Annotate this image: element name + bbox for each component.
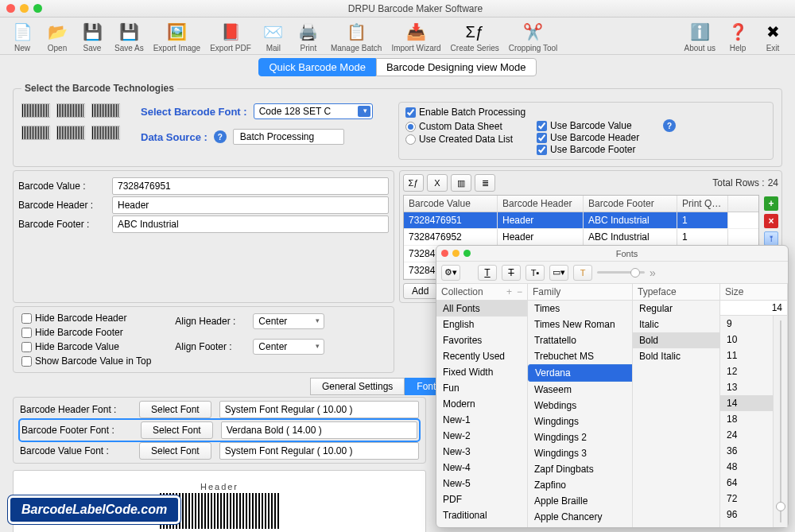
- list-item[interactable]: Apple Braille: [528, 493, 632, 509]
- help-icon[interactable]: ?: [663, 119, 676, 132]
- list-item[interactable]: Verdana: [528, 364, 632, 382]
- table-header[interactable]: Barcode Footer: [584, 196, 677, 212]
- save-as-button[interactable]: 💾Save As: [114, 21, 144, 52]
- table-header[interactable]: Barcode Header: [498, 196, 584, 212]
- list-item[interactable]: English: [436, 316, 527, 332]
- list-item[interactable]: 36: [720, 443, 773, 459]
- about-us-button[interactable]: ℹ️About us: [684, 21, 716, 52]
- list-item[interactable]: 48: [720, 459, 773, 475]
- select-value-font-button[interactable]: Select Font: [139, 442, 211, 460]
- barcode-thumb[interactable]: [91, 126, 120, 140]
- list-item[interactable]: Italic: [633, 316, 719, 332]
- page-color-button[interactable]: ▭▾: [549, 265, 568, 281]
- list-item[interactable]: 13: [720, 379, 773, 395]
- barcode-font-select[interactable]: Code 128 SET C: [254, 103, 373, 119]
- table-header[interactable]: Print Qua...: [677, 196, 728, 212]
- mail-button[interactable]: ✉️Mail: [261, 21, 286, 52]
- use-footer-checkbox[interactable]: [537, 145, 547, 155]
- zoom-icon[interactable]: [33, 4, 42, 13]
- open-button[interactable]: 📂Open: [45, 21, 70, 52]
- list-item[interactable]: Traditional: [436, 507, 527, 523]
- underline-button[interactable]: T: [478, 265, 497, 281]
- text-color-button[interactable]: T▪: [525, 265, 545, 281]
- show-top-checkbox[interactable]: [21, 356, 32, 367]
- list-item[interactable]: PDF: [436, 491, 527, 507]
- close-icon[interactable]: [6, 4, 15, 13]
- list-item[interactable]: 10: [720, 332, 773, 348]
- list-item[interactable]: New-5: [436, 476, 527, 491]
- list-item[interactable]: Fixed Width: [436, 364, 527, 380]
- size-value[interactable]: 14: [720, 301, 787, 316]
- custom-sheet-radio[interactable]: [405, 122, 416, 132]
- import-wizard-button[interactable]: 📥Import Wizard: [391, 21, 440, 52]
- hide-header-checkbox[interactable]: [21, 313, 32, 324]
- use-value-checkbox[interactable]: [537, 121, 547, 131]
- zoom-icon[interactable]: [463, 250, 471, 257]
- list-item[interactable]: All Fonts: [436, 301, 527, 316]
- list-item[interactable]: Times: [528, 301, 632, 316]
- help-button[interactable]: ❓Help: [725, 21, 750, 52]
- list-item[interactable]: 11: [720, 348, 773, 363]
- list-item[interactable]: New-2: [436, 428, 527, 444]
- list-item[interactable]: Webdings: [528, 398, 632, 414]
- add-collection-button[interactable]: +: [506, 286, 512, 297]
- table-row[interactable]: 7328476951HeaderABC Industrial1: [404, 212, 758, 229]
- list-item[interactable]: Wingdings 2: [528, 429, 632, 445]
- new-button[interactable]: 📄New: [10, 21, 35, 52]
- barcode-thumb[interactable]: [21, 103, 50, 118]
- size-slider[interactable]: [597, 271, 645, 274]
- list-item[interactable]: New-4: [436, 460, 527, 476]
- strike-button[interactable]: T: [502, 265, 521, 281]
- save-button[interactable]: 💾Save: [80, 21, 105, 52]
- list-item[interactable]: Recently Used: [436, 348, 527, 364]
- list-item[interactable]: Trebuchet MS: [528, 348, 632, 364]
- list-item[interactable]: New-1: [436, 412, 527, 428]
- align-header-select[interactable]: Center: [253, 313, 324, 329]
- more-icon[interactable]: »: [650, 266, 656, 279]
- table-header[interactable]: Barcode Value: [404, 196, 498, 212]
- barcode-header-input[interactable]: [112, 196, 389, 214]
- list-item[interactable]: 14: [720, 395, 773, 411]
- barcode-thumb[interactable]: [21, 126, 50, 140]
- use-header-checkbox[interactable]: [537, 133, 547, 143]
- gear-icon[interactable]: ⚙▾: [441, 265, 460, 281]
- list-item[interactable]: Zapf Dingbats: [528, 461, 632, 477]
- tab-general-settings[interactable]: General Settings: [310, 378, 405, 395]
- remove-collection-button[interactable]: −: [517, 286, 522, 297]
- hide-footer-checkbox[interactable]: [21, 328, 32, 338]
- created-list-radio[interactable]: [405, 134, 416, 145]
- list-item[interactable]: Bold: [633, 332, 719, 348]
- enable-batch-checkbox[interactable]: [405, 107, 416, 118]
- list-item[interactable]: Apple Color Emoji: [528, 525, 632, 527]
- list-item[interactable]: Fun: [436, 380, 527, 396]
- list-item[interactable]: Waseem: [528, 382, 632, 398]
- excel-button[interactable]: X: [427, 174, 448, 192]
- list-item[interactable]: 64: [720, 475, 773, 491]
- add-row-button[interactable]: +: [764, 196, 778, 211]
- list-item[interactable]: Modern: [436, 396, 527, 412]
- list-item[interactable]: Wingdings 3: [528, 445, 632, 461]
- list-item[interactable]: Apple Chancery: [528, 509, 632, 525]
- barcode-value-input[interactable]: [112, 177, 389, 195]
- list-item[interactable]: Regular: [633, 301, 719, 316]
- list-item[interactable]: 9: [720, 316, 773, 332]
- barcode-thumb[interactable]: [91, 103, 120, 118]
- tab-designing-mode[interactable]: Barcode Designing view Mode: [376, 58, 537, 76]
- add-button[interactable]: Add: [403, 283, 437, 299]
- typography-button[interactable]: T: [573, 265, 592, 281]
- sheet-button[interactable]: ▥: [451, 174, 471, 192]
- help-icon[interactable]: ?: [214, 130, 227, 143]
- size-vertical-slider[interactable]: [773, 316, 787, 527]
- list-item[interactable]: New-3: [436, 444, 527, 460]
- select-footer-font-button[interactable]: Select Font: [141, 421, 213, 439]
- formula-button[interactable]: Σƒ: [403, 174, 424, 192]
- list-button[interactable]: ≣: [475, 174, 495, 192]
- move-top-button[interactable]: ⤒: [764, 231, 778, 246]
- export-pdf-button[interactable]: 📕Export PDF: [210, 21, 251, 52]
- tab-quick-mode[interactable]: Quick Barcode Mode: [258, 58, 375, 76]
- print-button[interactable]: 🖨️Print: [296, 21, 321, 52]
- delete-row-button[interactable]: ×: [764, 214, 778, 228]
- list-item[interactable]: Trattatello: [528, 332, 632, 348]
- list-item[interactable]: 72: [720, 491, 773, 507]
- list-item[interactable]: Times New Roman: [528, 316, 632, 332]
